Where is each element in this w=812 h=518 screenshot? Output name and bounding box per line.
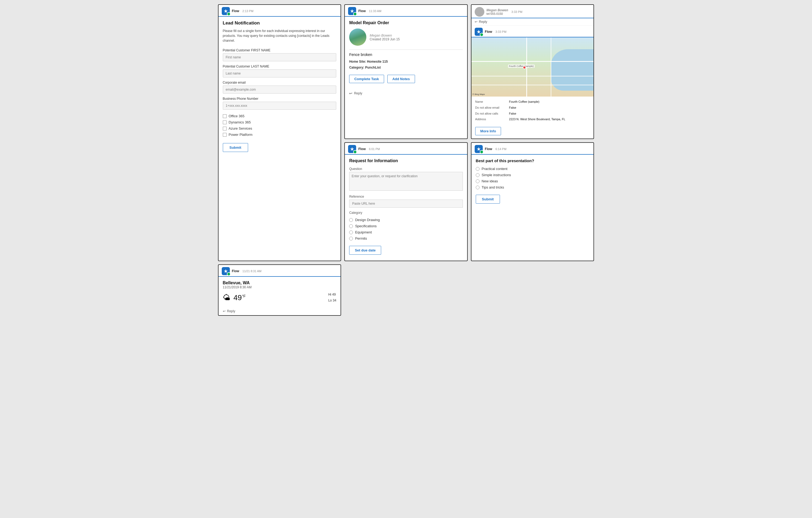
poll-card: Flow 6:14 PM Best part of this presentat… <box>471 142 594 261</box>
repair-reply-row[interactable]: ↩ Reply <box>345 89 467 98</box>
poll-time: 6:14 PM <box>495 147 506 151</box>
map-marker <box>523 66 526 69</box>
dyn-user-header: Megan Bowen tel:555-0150 3:33 PM <box>471 5 594 18</box>
dyn-tel: tel:555-0150 <box>487 12 508 15</box>
dyn-calls-val: False <box>509 111 590 116</box>
repair-title: Model Repair Order <box>349 21 463 25</box>
dyn-flow-time: 3:33 PM <box>495 30 506 33</box>
checkbox-azure-input[interactable] <box>223 127 227 131</box>
poll-new-ideas-input[interactable] <box>476 180 480 183</box>
set-due-date-button[interactable]: Set due date <box>349 246 381 255</box>
dynamics-top-card: Megan Bowen tel:555-0150 3:33 PM ↩ Reply… <box>471 4 594 139</box>
poll-tips-tricks-input[interactable] <box>476 186 480 189</box>
checkbox-powerplatform-input[interactable] <box>223 133 227 137</box>
repair-issue: Fence broken <box>349 52 463 57</box>
lead-card-body: Lead Notification Please fill out a sing… <box>219 17 341 156</box>
map-container: Fourth Coffee (sample) © Bing Maps <box>471 37 594 97</box>
rfi-question-label: Question <box>349 167 463 171</box>
radio-permits[interactable]: Permits <box>349 237 463 241</box>
poll-practical-content[interactable]: Practical content <box>476 167 589 171</box>
checkbox-azure[interactable]: Azure Services <box>223 127 337 131</box>
map-road-h3 <box>471 85 594 85</box>
weather-date: 11/21/2019 8:30 AM <box>223 285 337 289</box>
weather-card: Flow 11/21 8:31 AM Bellevue, WA 11/21/20… <box>218 264 341 316</box>
repair-order-card: Flow 11:33 AM Model Repair Order Megan B… <box>344 4 468 139</box>
poll-new-ideas[interactable]: New ideas <box>476 179 589 183</box>
email-label: Corporate email <box>223 81 337 84</box>
repair-actions: Complete Task Add Notes <box>349 75 463 83</box>
home-site-label: Home Site: <box>349 60 366 63</box>
repair-user-name: Megan Bowen <box>370 33 400 37</box>
complete-task-button[interactable]: Complete Task <box>349 75 384 83</box>
repair-avatar <box>349 28 366 46</box>
repair-sender: Flow <box>358 9 366 13</box>
radio-permits-input[interactable] <box>349 237 353 241</box>
flow-icon <box>222 7 230 15</box>
weather-body: Bellevue, WA 11/21/2019 8:30 AM 🌤 49°F H… <box>219 277 341 307</box>
map-road-h1 <box>471 61 594 62</box>
radio-equipment[interactable]: Equipment <box>349 230 463 234</box>
lastname-label: Potential Customer LAST NAME <box>223 64 337 68</box>
rfi-reference-label: Reference <box>349 195 463 198</box>
dyn-flow-icon <box>475 28 483 36</box>
poll-options-group: Practical content Simple instructions Ne… <box>476 167 589 189</box>
dyn-user-info: Megan Bowen tel:555-0150 <box>487 8 508 15</box>
rfi-reference-input[interactable] <box>349 199 463 208</box>
phone-label: Business Phone Number <box>223 97 337 101</box>
radio-specifications[interactable]: Specifications <box>349 224 463 228</box>
lead-submit-button[interactable]: Submit <box>223 143 248 152</box>
poll-submit-button[interactable]: Submit <box>476 195 500 203</box>
firstname-input[interactable] <box>223 53 337 61</box>
weather-reply-label: Reply <box>227 309 235 313</box>
dyn-reply-row[interactable]: ↩ Reply <box>471 18 594 26</box>
rfi-category-group: Design Drawing Specifications Equipment … <box>349 218 463 241</box>
lead-sender: Flow <box>232 9 239 13</box>
rfi-question-input[interactable] <box>349 172 463 191</box>
checkbox-powerplatform[interactable]: Power Platform <box>223 133 337 137</box>
dyn-reply-label: Reply <box>479 20 487 24</box>
rfi-body: Request for Information Question Referen… <box>345 155 467 261</box>
weather-temp: 49°F <box>234 294 246 302</box>
radio-equipment-input[interactable] <box>349 230 353 234</box>
map-water <box>551 49 593 91</box>
category-label: Category: <box>349 65 364 70</box>
weather-reply-row[interactable]: ↩ Reply <box>219 307 341 315</box>
poll-simple-instructions-input[interactable] <box>476 173 480 177</box>
weather-time: 11/21 8:31 AM <box>242 270 262 273</box>
checkbox-dynamics365-input[interactable] <box>223 120 227 124</box>
map-background: Fourth Coffee (sample) © Bing Maps <box>471 37 594 97</box>
checkbox-office365-input[interactable] <box>223 114 227 118</box>
poll-tips-tricks[interactable]: Tips and tricks <box>476 185 589 189</box>
more-info-button[interactable]: More Info <box>475 127 501 135</box>
email-input[interactable] <box>223 85 337 93</box>
radio-specifications-input[interactable] <box>349 224 353 228</box>
map-place-label: Fourth Coffee (sample) <box>508 64 534 68</box>
map-road-v2 <box>551 37 551 97</box>
lead-notification-card: Flow 2:13 PM Lead Notification Please fi… <box>218 4 341 261</box>
map-road-h2 <box>471 76 594 76</box>
poll-sender: Flow <box>485 147 492 151</box>
poll-body: Best part of this presentation? Practica… <box>471 155 594 209</box>
lastname-input[interactable] <box>223 70 337 78</box>
dyn-name-val: Fourth Coffee (sample) <box>509 99 590 105</box>
dyn-user-name: Megan Bowen <box>487 8 508 12</box>
weather-sun-icon: 🌤 <box>223 293 230 302</box>
phone-input[interactable] <box>223 102 337 110</box>
poll-practical-content-input[interactable] <box>476 167 480 171</box>
add-notes-button[interactable]: Add Notes <box>387 75 415 83</box>
checkbox-dynamics365[interactable]: Dynamics 365 <box>223 120 337 124</box>
dyn-flow-sender: Flow <box>485 30 492 34</box>
checkbox-office365[interactable]: Office 365 <box>223 114 337 118</box>
weather-city: Bellevue, WA <box>223 280 337 285</box>
dyn-info-rows: Name Fourth Coffee (sample) Do not allow… <box>475 99 590 122</box>
weather-row: 🌤 49°F Hi 49 Lo 34 <box>223 292 337 303</box>
lead-title: Lead Notification <box>223 21 337 26</box>
dyn-info-section: Name Fourth Coffee (sample) Do not allow… <box>471 97 594 125</box>
radio-design-drawing[interactable]: Design Drawing <box>349 218 463 222</box>
rfi-time: 6:01 PM <box>369 147 380 151</box>
poll-simple-instructions[interactable]: Simple instructions <box>476 173 589 177</box>
repair-user-info: Megan Bowen Created 2019 Jun 15 <box>370 33 400 41</box>
lead-time: 2:13 PM <box>242 9 254 12</box>
rfi-sender: Flow <box>358 147 366 151</box>
radio-design-drawing-input[interactable] <box>349 218 353 222</box>
